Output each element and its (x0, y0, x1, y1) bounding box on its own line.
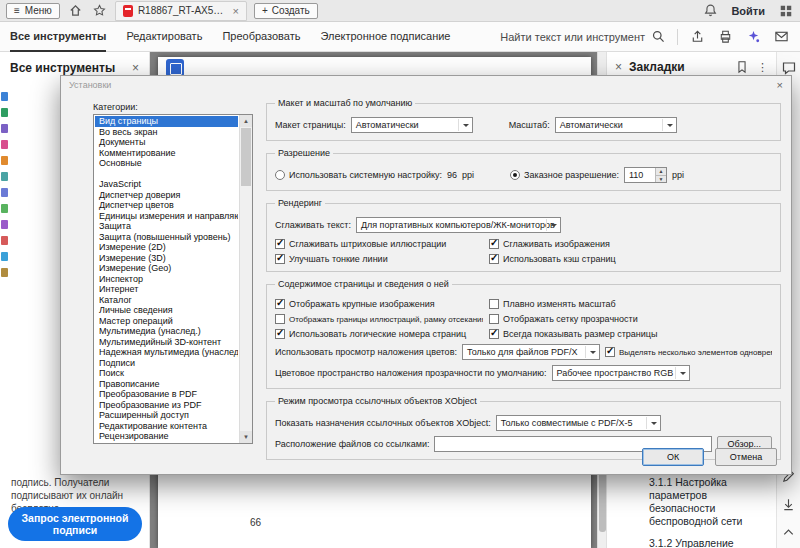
checkbox-show-art-trim-bleed[interactable]: Отображать границы иллюстраций, рамку от… (275, 314, 483, 324)
category-item[interactable]: Преобразование в PDF (95, 389, 238, 400)
category-item[interactable]: Редактирование контента (95, 421, 238, 432)
tool-icon[interactable] (1, 236, 8, 245)
search-control[interactable]: Найти текст или инструмент (500, 29, 666, 44)
category-item[interactable]: Защита (повышенный уровень) (95, 232, 238, 243)
zoom-select[interactable]: Автоматически (555, 117, 677, 133)
tool-icon[interactable] (1, 268, 8, 277)
dialog-close-icon[interactable]: × (777, 79, 783, 91)
tool-icon[interactable] (1, 108, 8, 117)
custom-resolution-spinner[interactable]: 110 ▲ ▼ (624, 167, 667, 183)
tool-icon[interactable] (1, 156, 8, 165)
download-arrow-icon[interactable] (781, 497, 796, 512)
request-esignature-button[interactable]: Запрос электронной подписи (8, 507, 142, 541)
ribbon-tab[interactable]: Редактировать (126, 22, 202, 52)
category-item[interactable]: Преобразование из PDF (95, 400, 238, 411)
cancel-button[interactable]: Отмена (715, 448, 777, 466)
category-item[interactable]: Диспетчер доверия (95, 190, 238, 201)
category-item[interactable]: Единицы измерения и направляющие (95, 211, 238, 222)
category-item[interactable]: Защита (95, 221, 238, 232)
system-resolution-radio[interactable]: Использовать системную настройку: (275, 170, 442, 180)
tool-icon[interactable] (1, 172, 8, 181)
tool-icon[interactable] (1, 220, 8, 229)
checkbox-shift-multiselect[interactable]: Выделять несколько элементов одновременн… (605, 347, 772, 357)
ok-button[interactable]: ОК (642, 448, 704, 466)
scroll-down-arrow-icon[interactable]: ▼ (240, 431, 252, 443)
ai-assistant-icon[interactable] (745, 28, 762, 45)
checkbox-use-page-cache[interactable]: Использовать кэш страниц (489, 254, 772, 264)
checkbox-smooth-images[interactable]: Сглаживать изображения (489, 239, 772, 249)
checkbox-show-large-images[interactable]: Отображать крупные изображения (275, 299, 483, 309)
category-item[interactable]: Подписи (95, 358, 238, 369)
checkbox-smooth-zoom[interactable]: Плавно изменять масштаб (489, 299, 772, 309)
categories-scrollbar[interactable]: ▲ ▼ (239, 115, 252, 443)
bookmarks-close-icon[interactable]: × (615, 60, 622, 74)
checkbox-enhance-thin-lines[interactable]: Улучшать тонкие линии (275, 254, 483, 264)
notification-bell-icon[interactable] (702, 2, 719, 19)
bookmark-item[interactable]: 3.1.2 Управление сетевыми клиентами (607, 537, 772, 548)
checkbox-smooth-line-art[interactable]: Сглаживать штриховые иллюстрации (275, 239, 483, 249)
bookmark-item[interactable]: 3.1.1 Настройка параметров безопасности … (607, 476, 772, 537)
menu-button[interactable]: ≡ Меню (6, 3, 60, 19)
category-item[interactable] (95, 169, 238, 180)
scroll-up-arrow-icon[interactable]: ▲ (240, 115, 252, 127)
share-icon[interactable] (689, 28, 706, 45)
xobject-target-select[interactable]: Только совместимые с PDF/X-5 (496, 415, 661, 431)
category-item[interactable]: Инспектор (95, 274, 238, 285)
tool-icon[interactable] (1, 252, 8, 261)
dialog-title-bar[interactable]: Установки × (61, 76, 791, 94)
create-button[interactable]: + Создать (254, 3, 318, 19)
apps-grid-icon[interactable] (777, 2, 794, 19)
category-item[interactable]: Рецензирование (95, 431, 238, 442)
ribbon-tab[interactable]: Все инструменты (10, 22, 106, 52)
mail-icon[interactable] (773, 28, 790, 45)
category-item[interactable]: Мультимедиа (унаслед.) (95, 326, 238, 337)
category-item[interactable]: Комментирование (95, 148, 238, 159)
signin-button[interactable]: Войти (731, 5, 765, 17)
category-item[interactable]: Расширенный доступ (95, 410, 238, 421)
category-item[interactable]: Личные сведения (95, 305, 238, 316)
tool-icon[interactable] (1, 188, 8, 197)
category-item[interactable]: Во весь экран (95, 127, 238, 138)
category-item[interactable]: Мультимедийный 3D-контент (95, 337, 238, 348)
spinner-down-icon[interactable]: ▼ (656, 176, 666, 183)
bookmark-options-icon[interactable]: ⋮ (757, 61, 768, 74)
smooth-text-select[interactable]: Для портативных компьютеров/ЖК-мониторов (356, 217, 561, 233)
chevron-up-icon[interactable] (781, 525, 796, 540)
overprint-preview-select[interactable]: Только для файлов PDF/X (462, 344, 600, 360)
document-tab[interactable]: R18867_RT-AX58U... × (115, 1, 247, 21)
category-item[interactable]: JavaScript (95, 179, 238, 190)
tool-icon[interactable] (1, 140, 8, 149)
categories-scrollbar-thumb[interactable] (241, 128, 251, 186)
checkbox-transparency-grid[interactable]: Отображать сетку прозрачности (489, 314, 772, 324)
category-item[interactable]: Службы Adobe Online (95, 442, 238, 443)
spinner-up-icon[interactable]: ▲ (656, 168, 666, 176)
category-item[interactable]: Правописание (95, 379, 238, 390)
category-item[interactable]: Измерение (3D) (95, 253, 238, 264)
ribbon-tab[interactable]: Преобразовать (222, 22, 300, 52)
add-bookmark-icon[interactable] (735, 60, 749, 74)
category-item[interactable]: Поиск (95, 368, 238, 379)
tool-icon[interactable] (1, 204, 8, 213)
checkbox-always-show-page-size[interactable]: Всегда показывать размер страницы (489, 329, 772, 339)
panel-close-icon[interactable]: × (132, 61, 139, 75)
category-item[interactable]: Интернет (95, 284, 238, 295)
page-layout-select[interactable]: Автоматически (351, 117, 473, 133)
print-icon[interactable] (717, 28, 734, 45)
blend-space-select[interactable]: Рабочее пространство RGB (552, 365, 690, 381)
category-item[interactable]: Вид страницы (95, 116, 238, 127)
category-item[interactable]: Основные (95, 158, 238, 169)
star-icon[interactable] (91, 2, 108, 19)
comments-icon[interactable] (781, 60, 797, 76)
home-icon[interactable] (67, 2, 84, 19)
category-item[interactable]: Измерение (2D) (95, 242, 238, 253)
category-item[interactable]: Надежная мультимедиа (унаслед.) (95, 347, 238, 358)
category-item[interactable]: Документы (95, 137, 238, 148)
category-item[interactable]: Мастер операций (95, 316, 238, 327)
tool-icon[interactable] (1, 92, 8, 101)
checkbox-logical-page-numbers[interactable]: Использовать логические номера страниц (275, 329, 483, 339)
category-item[interactable]: Измерение (Geo) (95, 263, 238, 274)
custom-resolution-radio[interactable]: Заказное разрешение: (510, 170, 619, 180)
tab-close-icon[interactable]: × (230, 5, 238, 17)
category-item[interactable]: Диспетчер цветов (95, 200, 238, 211)
tool-icon[interactable] (1, 124, 8, 133)
